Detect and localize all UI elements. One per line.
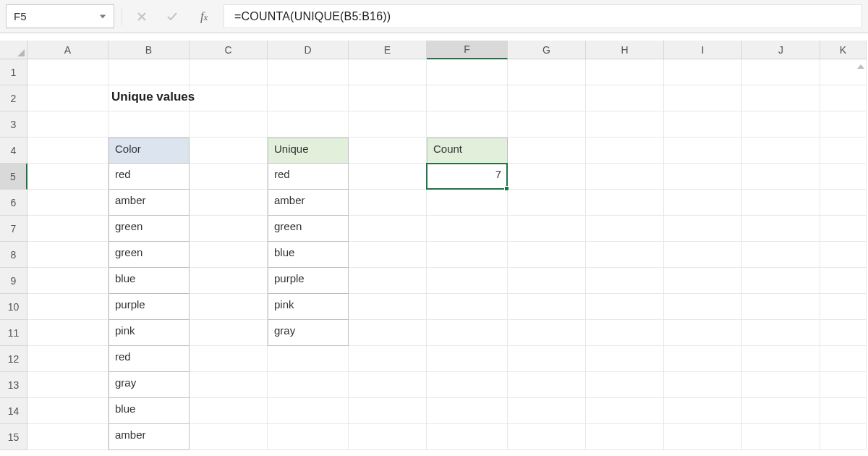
column-header-D[interactable]: D xyxy=(268,41,349,59)
column-header-J[interactable]: J xyxy=(742,41,820,59)
row-header-9[interactable]: 9 xyxy=(0,268,27,294)
row-header-4[interactable]: 4 xyxy=(0,138,27,164)
row-header-11[interactable]: 11 xyxy=(0,320,27,346)
insert-function-button[interactable]: fx xyxy=(190,4,218,28)
color-cell[interactable]: blue xyxy=(109,268,190,294)
color-table: Colorredambergreengreenbluepurplepinkred… xyxy=(109,138,190,450)
color-cell[interactable]: purple xyxy=(109,294,190,320)
count-table: Count7 xyxy=(427,138,508,190)
column-header-C[interactable]: C xyxy=(190,41,268,59)
count-value-cell[interactable]: 7 xyxy=(427,164,508,190)
unique-cell[interactable]: amber xyxy=(268,190,349,216)
name-box[interactable]: F5 xyxy=(6,4,114,28)
color-cell[interactable]: amber xyxy=(109,424,190,450)
row-header-10[interactable]: 10 xyxy=(0,294,27,320)
row-header-6[interactable]: 6 xyxy=(0,190,27,216)
divider xyxy=(122,7,122,25)
formula-input[interactable]: =COUNTA(UNIQUE(B5:B16)) xyxy=(224,4,862,28)
cancel-icon xyxy=(129,4,154,28)
row-header-3[interactable]: 3 xyxy=(0,111,27,138)
color-cell[interactable]: green xyxy=(109,242,190,268)
color-header[interactable]: Color xyxy=(109,138,190,164)
row-header-7[interactable]: 7 xyxy=(0,216,27,242)
row-header-8[interactable]: 8 xyxy=(0,242,27,268)
count-header[interactable]: Count xyxy=(427,138,508,164)
color-cell[interactable]: red xyxy=(109,164,190,190)
unique-cell[interactable]: purple xyxy=(268,268,349,294)
unique-table: Uniqueredambergreenbluepurplepinkgray xyxy=(268,138,349,346)
column-header-A[interactable]: A xyxy=(27,41,109,59)
column-header-H[interactable]: H xyxy=(586,41,664,59)
unique-cell[interactable]: green xyxy=(268,216,349,242)
formula-bar: F5 fx =COUNTA(UNIQUE(B5:B16)) xyxy=(0,0,868,33)
name-box-value: F5 xyxy=(14,10,27,22)
unique-cell[interactable]: red xyxy=(268,164,349,190)
column-header-G[interactable]: G xyxy=(508,41,586,59)
chevron-down-icon[interactable] xyxy=(99,13,106,20)
column-header-B[interactable]: B xyxy=(109,41,190,59)
color-cell[interactable]: blue xyxy=(109,398,190,424)
page-title: Unique values xyxy=(111,90,195,104)
formula-text: =COUNTA(UNIQUE(B5:B16)) xyxy=(234,10,391,23)
chevron-up-icon[interactable] xyxy=(856,61,865,73)
unique-header[interactable]: Unique xyxy=(268,138,349,164)
spreadsheet-grid[interactable]: ABCDEFGHIJK 123456789101112131415 Unique… xyxy=(0,41,868,456)
color-cell[interactable]: gray xyxy=(109,372,190,398)
fx-icon: fx xyxy=(200,9,208,24)
unique-cell[interactable]: pink xyxy=(268,294,349,320)
row-header-13[interactable]: 13 xyxy=(0,372,27,398)
row-header-14[interactable]: 14 xyxy=(0,398,27,424)
select-all-corner[interactable] xyxy=(0,41,27,59)
color-cell[interactable]: amber xyxy=(109,190,190,216)
row-header-1[interactable]: 1 xyxy=(0,59,27,85)
unique-cell[interactable]: gray xyxy=(268,320,349,346)
unique-cell[interactable]: blue xyxy=(268,242,349,268)
column-header-I[interactable]: I xyxy=(664,41,742,59)
row-header-15[interactable]: 15 xyxy=(0,424,27,450)
column-header-F[interactable]: F xyxy=(427,41,508,59)
row-header-2[interactable]: 2 xyxy=(0,85,27,111)
row-header-12[interactable]: 12 xyxy=(0,346,27,372)
column-header-K[interactable]: K xyxy=(820,41,867,59)
color-cell[interactable]: red xyxy=(109,346,190,372)
check-icon xyxy=(160,4,184,28)
row-header-5[interactable]: 5 xyxy=(0,164,27,190)
column-header-E[interactable]: E xyxy=(349,41,427,59)
color-cell[interactable]: green xyxy=(109,216,190,242)
color-cell[interactable]: pink xyxy=(109,320,190,346)
